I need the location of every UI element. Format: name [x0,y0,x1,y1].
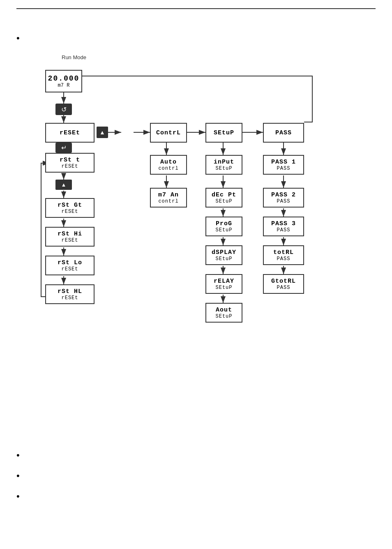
flowchart-wrapper: 20.000 m7 R ↺ rESEt ▲ ContrL SEtuP [16,69,376,438]
ContrL-line1: ContrL [156,129,181,136]
rSt-Gt-line2: rESEt [61,209,78,215]
Aout-line2: SEtuP [215,314,232,319]
ContrL-box: ContrL [150,123,187,143]
refresh-icon: ↺ [61,106,67,113]
rSt-Hi-line2: rESEt [61,238,78,243]
bullet-3: • [16,471,20,480]
rESEt-line1: rESEt [60,129,80,136]
dSPLAY-line1: dSPLAY [212,249,236,256]
dEc-Pt-line2: SEtuP [215,198,232,204]
m7-An-contrl-box: m7 An contrl [150,188,187,208]
rESEt-box: rESEt [45,123,95,143]
ProG-SEtuP-box: ProG SEtuP [205,217,242,236]
GtotRL-PASS-box: GtotRL PASS [263,274,304,294]
PASS1-box: PASS 1 PASS [263,155,304,175]
flowchart: 20.000 m7 R ↺ rESEt ▲ ContrL SEtuP [33,69,370,438]
bullet-row-3: • [16,471,376,480]
rSt-Lo-line1: rSt Lo [58,259,82,266]
bullet-4: • [16,492,20,501]
display-value: 20.000 [48,74,80,83]
GtotRL-line1: GtotRL [271,278,296,285]
rELAY-line2: SEtuP [215,285,232,291]
Auto-contrl-box: Auto contrl [150,155,187,175]
Aout-SEtuP-box: Aout SEtuP [205,303,242,323]
display-unit: m7 R [58,83,70,88]
rSt-t-box: rSt t rESEt [45,153,95,173]
Aout-line1: Aout [216,307,232,314]
up-triangle-icon-2: ▲ [61,182,67,188]
PASS-line1: PASS [275,129,292,136]
ProG-line2: SEtuP [215,227,232,233]
PASS2-line2: PASS [277,198,291,204]
totRL-line2: PASS [277,256,291,262]
m7-An-line1: m7 An [158,191,179,198]
top-rule [16,8,376,9]
bullet-row-4: • [16,492,376,501]
bullet-row-1: • [16,34,376,43]
Auto-contrl-line1: Auto [160,159,177,166]
rELAY-SEtuP-box: rELAY SEtuP [205,274,242,294]
rSt-Hi-box: rSt Hi rESEt [45,227,95,247]
PASS2-box: PASS 2 PASS [263,188,304,208]
rSt-Gt-box: rSt Gt rESEt [45,198,95,218]
enter-icon: ↵ [61,144,67,152]
enter-icon-box: ↵ [55,143,72,153]
PASS3-box: PASS 3 PASS [263,217,304,236]
PASS2-line1: PASS 2 [271,191,296,198]
totRL-PASS-box: totRL PASS [263,245,304,265]
totRL-line1: totRL [273,249,294,256]
dEc-Pt-SEtuP-box: dEc Pt SEtuP [205,188,242,208]
bullet-row-2: • [16,451,376,460]
GtotRL-line2: PASS [277,285,291,291]
rSt-t-line1: rSt t [60,157,80,164]
rSt-Hi-line1: rSt Hi [58,231,82,238]
bullet-2: • [16,451,20,460]
m7-An-line2: contrl [158,198,178,204]
up-triangle-icon-box: ▲ [97,127,108,138]
page: • Run Mode [0,0,392,549]
refresh-icon-box: ↺ [55,104,72,115]
run-mode-display: 20.000 m7 R [45,70,82,92]
rSt-HL-box: rSt HL rESEt [45,284,95,304]
rSt-HL-line2: rESEt [61,295,78,301]
inPut-line2: SEtuP [215,166,232,171]
rSt-Lo-box: rSt Lo rESEt [45,256,95,275]
run-mode-label: Run Mode [62,54,376,60]
rSt-Lo-line2: rESEt [61,266,78,272]
PASS3-line2: PASS [277,227,291,233]
dSPLAY-line2: SEtuP [215,256,232,262]
PASS1-line2: PASS [277,166,291,171]
PASS-box: PASS [263,123,304,143]
inPut-SEtuP-box: inPut SEtuP [205,155,242,175]
rSt-Gt-line1: rSt Gt [58,202,82,209]
up-triangle-icon: ▲ [99,129,105,136]
dEc-Pt-line1: dEc Pt [212,191,236,198]
SEtuP-box: SEtuP [205,123,242,143]
SEtuP-line1: SEtuP [214,129,234,136]
rSt-HL-line1: rSt HL [58,288,82,295]
rSt-t-line2: rESEt [61,164,78,169]
bullet-1: • [16,34,20,43]
PASS1-line1: PASS 1 [271,159,296,166]
up-triangle-icon2-box: ▲ [55,180,72,190]
bottom-bullets: • • • [16,451,376,501]
dSPLAY-SEtuP-box: dSPLAY SEtuP [205,245,242,265]
ProG-line1: ProG [216,220,232,227]
rELAY-line1: rELAY [214,278,234,285]
Auto-contrl-line2: contrl [158,166,178,171]
inPut-line1: inPut [214,159,234,166]
PASS3-line1: PASS 3 [271,220,296,227]
